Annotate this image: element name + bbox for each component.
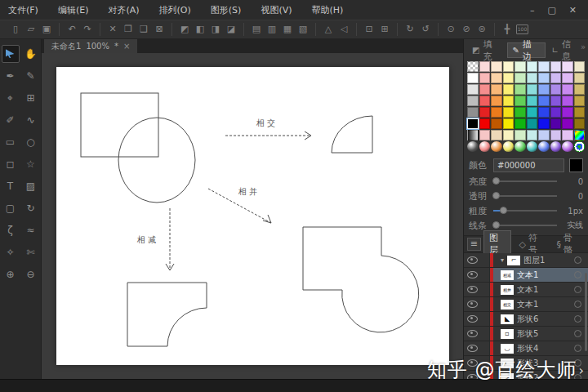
palette-swatch[interactable] bbox=[562, 96, 573, 106]
label-intersect[interactable]: 相交 bbox=[256, 118, 278, 127]
palette-swatch[interactable] bbox=[562, 118, 573, 129]
layer-outline-toggle-icon[interactable] bbox=[574, 330, 581, 337]
layer-row[interactable]: ◡形状4 bbox=[464, 341, 588, 356]
layer-visibility-cell[interactable] bbox=[464, 327, 480, 341]
palette-swatch[interactable] bbox=[503, 84, 514, 95]
palette-swatch[interactable] bbox=[527, 130, 538, 140]
palette-swatch[interactable] bbox=[550, 118, 562, 129]
open-file-icon[interactable]: ▱ bbox=[24, 23, 38, 36]
ellipse-tool[interactable]: ○ bbox=[22, 133, 40, 151]
palette-swatch[interactable] bbox=[467, 96, 479, 106]
rectangle-tool[interactable]: ▭ bbox=[2, 133, 20, 151]
palette-swatch[interactable] bbox=[550, 84, 562, 95]
palette-swatch[interactable] bbox=[514, 84, 526, 95]
layer-row[interactable]: ◣形状6 bbox=[464, 312, 588, 327]
subtract-result[interactable] bbox=[127, 283, 207, 346]
palette-swatch-sphere[interactable] bbox=[550, 141, 562, 152]
select-tool[interactable] bbox=[2, 45, 20, 63]
layer-row-content[interactable]: ◣形状6 bbox=[493, 312, 588, 326]
panel-expander-icon[interactable]: » bbox=[581, 42, 586, 51]
palette-swatch[interactable] bbox=[514, 61, 526, 72]
layer-row[interactable]: 相交文本1 bbox=[464, 297, 588, 312]
align-center-icon[interactable]: ▥ bbox=[265, 23, 278, 36]
layer-outline-toggle-icon[interactable] bbox=[574, 256, 581, 264]
path-edit-tool[interactable]: ∿ bbox=[22, 111, 40, 129]
palette-swatch[interactable] bbox=[538, 61, 550, 72]
palette-swatch-sphere[interactable] bbox=[562, 141, 573, 152]
hand-tool[interactable]: ✋ bbox=[22, 45, 40, 63]
close-icon[interactable]: ✕ bbox=[569, 5, 577, 16]
menu-item-2[interactable]: 对齐(A) bbox=[108, 4, 139, 16]
palette-swatch[interactable] bbox=[491, 73, 502, 83]
palette-swatch[interactable] bbox=[574, 96, 586, 106]
intersect-arrow[interactable] bbox=[225, 131, 311, 140]
eye-icon[interactable] bbox=[467, 271, 478, 278]
menu-item-1[interactable]: 编辑(E) bbox=[58, 4, 89, 16]
palette-swatch[interactable] bbox=[503, 107, 514, 118]
rotate-object-icon[interactable]: ↻ bbox=[403, 23, 416, 36]
layer-row-content[interactable]: ◡形状4 bbox=[493, 341, 588, 355]
layer-visibility-cell[interactable] bbox=[464, 268, 480, 282]
palette-swatch[interactable] bbox=[562, 107, 573, 118]
grid-toggle-icon[interactable]: ╋ bbox=[501, 23, 514, 36]
ungroup-objects-icon[interactable]: ⊞ bbox=[378, 23, 391, 36]
source-rectangle[interactable] bbox=[81, 93, 158, 157]
palette-swatch[interactable] bbox=[538, 96, 550, 106]
palette-swatch[interactable] bbox=[491, 96, 502, 106]
palette-swatch[interactable] bbox=[503, 73, 514, 83]
palette-swatch[interactable] bbox=[491, 130, 502, 140]
palette-swatch[interactable] bbox=[538, 84, 550, 95]
intersect-result[interactable] bbox=[332, 116, 372, 153]
audio-icon[interactable]: ◁ bbox=[337, 23, 350, 36]
zoom-in-tool[interactable]: ⊕ bbox=[2, 265, 20, 283]
palette-swatch[interactable] bbox=[574, 118, 586, 129]
palette-swatch[interactable] bbox=[514, 130, 526, 140]
bring-forward-icon[interactable]: ◧ bbox=[194, 23, 207, 36]
palette-swatch[interactable] bbox=[562, 61, 573, 72]
brightness-slider[interactable] bbox=[493, 180, 557, 182]
palette-swatch[interactable] bbox=[574, 107, 586, 118]
palette-swatch-gradient[interactable] bbox=[467, 130, 479, 140]
layer-row-content[interactable]: 相并文本1 bbox=[493, 283, 588, 296]
eyedropper-tool[interactable]: ✧ bbox=[2, 243, 20, 261]
boolean-union-icon[interactable]: ⊙ bbox=[444, 23, 457, 36]
palette-swatch[interactable] bbox=[491, 84, 502, 95]
canvas-page[interactable]: 相交相并相减 bbox=[56, 67, 449, 365]
line-style-slider[interactable] bbox=[493, 225, 557, 226]
palette-swatch[interactable] bbox=[562, 84, 573, 95]
menu-item-4[interactable]: 图形(S) bbox=[211, 4, 242, 16]
layer-row-content[interactable]: 相交文本1 bbox=[493, 297, 588, 311]
palette-swatch[interactable] bbox=[479, 61, 491, 72]
palette-swatch[interactable] bbox=[562, 73, 573, 83]
palette-swatch[interactable] bbox=[514, 73, 526, 83]
palette-swatch[interactable] bbox=[479, 84, 491, 95]
flip-object-icon[interactable]: ↺ bbox=[419, 23, 432, 36]
palette-swatch[interactable] bbox=[527, 61, 538, 72]
slide-tool[interactable]: ▢ bbox=[2, 199, 20, 217]
palette-swatch-sphere[interactable] bbox=[503, 141, 514, 152]
align-right-icon[interactable]: ▦ bbox=[281, 23, 294, 36]
zoom-100-icon[interactable]: 100 bbox=[516, 24, 528, 34]
distribute-icon[interactable]: ▧ bbox=[296, 23, 310, 36]
layer-outline-toggle-icon[interactable] bbox=[574, 301, 581, 308]
graph-tool[interactable]: ≈ bbox=[22, 221, 40, 239]
expand-triangle-icon[interactable]: ▾ bbox=[501, 256, 504, 264]
palette-swatch[interactable] bbox=[550, 61, 562, 72]
palette-swatch-rainbow[interactable] bbox=[574, 130, 586, 140]
pen-tool[interactable]: ✒ bbox=[2, 67, 20, 85]
palette-swatch[interactable] bbox=[491, 61, 502, 72]
palette-swatch[interactable] bbox=[479, 130, 491, 140]
subtract-arrow[interactable] bbox=[166, 208, 174, 270]
boolean-subtract-icon[interactable]: ⊚ bbox=[475, 23, 488, 36]
layer-row-content[interactable]: ▫形状5 bbox=[493, 327, 588, 341]
palette-swatch[interactable] bbox=[503, 118, 514, 129]
palette-swatch[interactable] bbox=[538, 73, 550, 83]
save-icon[interactable]: ▣ bbox=[40, 23, 53, 36]
palette-swatch[interactable] bbox=[550, 73, 562, 83]
star-tool[interactable]: ☆ bbox=[22, 155, 40, 173]
polygon-icon[interactable]: △ bbox=[322, 23, 335, 36]
palette-swatch[interactable] bbox=[562, 130, 573, 140]
layer-row-content[interactable]: 相减文本1 bbox=[493, 268, 588, 282]
transform-tool[interactable]: ⊞ bbox=[22, 89, 40, 107]
eye-icon[interactable] bbox=[467, 345, 478, 352]
